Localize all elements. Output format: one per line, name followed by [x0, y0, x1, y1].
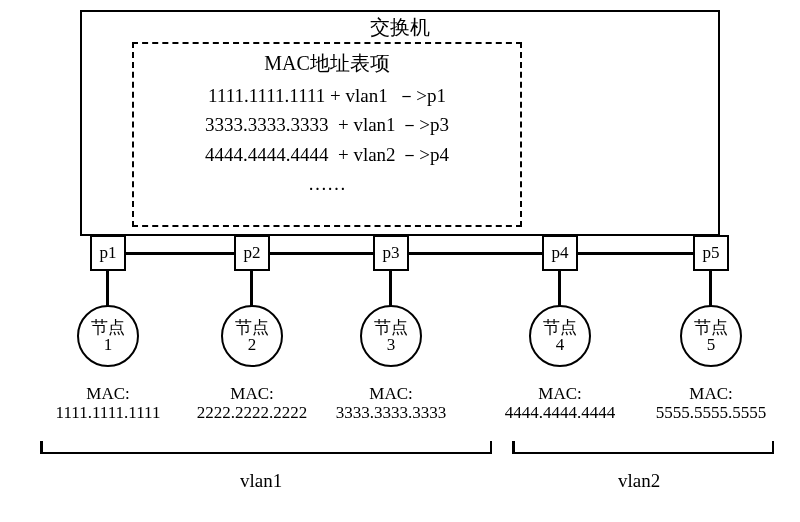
vlan1-bracket: [40, 440, 492, 454]
stem: [558, 271, 561, 307]
mac-label-line2: 1111.1111.1111: [40, 404, 176, 423]
node-2: 节点 2: [221, 305, 283, 367]
mac-label-line1: MAC:: [643, 385, 779, 404]
vlan1-label: vlan1: [240, 470, 282, 492]
mac-table-row: 4444.4444.4444 + vlan2 －>p4: [134, 140, 520, 169]
stem: [250, 271, 253, 307]
mac-table-title: MAC地址表项: [134, 50, 520, 77]
port-p5: p5: [693, 235, 729, 271]
mac-label-line1: MAC:: [40, 385, 176, 404]
node-label-line1: 节点: [235, 319, 269, 336]
port-p1: p1: [90, 235, 126, 271]
stem: [709, 271, 712, 307]
stem: [106, 271, 109, 307]
node-label-line1: 节点: [543, 319, 577, 336]
mac-table-row: 3333.3333.3333 + vlan1 －>p3: [134, 110, 520, 139]
mac-label-1: MAC: 1111.1111.1111: [40, 385, 176, 422]
mac-label-4: MAC: 4444.4444.4444: [492, 385, 628, 422]
node-label-line1: 节点: [91, 319, 125, 336]
port-label: p4: [552, 243, 569, 263]
port-p3: p3: [373, 235, 409, 271]
mac-label-2: MAC: 2222.2222.2222: [184, 385, 320, 422]
node-label-line2: 4: [556, 336, 565, 353]
switch-title: 交换机: [370, 14, 430, 41]
node-label-line2: 2: [248, 336, 257, 353]
vlan2-label: vlan2: [618, 470, 660, 492]
port-connector-line: [108, 252, 711, 255]
mac-address-table: MAC地址表项 1111.1111.1111 + vlan1 －>p1 3333…: [132, 42, 522, 227]
mac-label-line1: MAC:: [184, 385, 320, 404]
node-5: 节点 5: [680, 305, 742, 367]
node-3: 节点 3: [360, 305, 422, 367]
port-label: p1: [100, 243, 117, 263]
port-label: p3: [383, 243, 400, 263]
mac-table-row: ……: [134, 169, 520, 198]
port-p2: p2: [234, 235, 270, 271]
stem: [389, 271, 392, 307]
node-label-line2: 5: [707, 336, 716, 353]
mac-label-3: MAC: 3333.3333.3333: [323, 385, 459, 422]
node-1: 节点 1: [77, 305, 139, 367]
mac-label-line2: 5555.5555.5555: [643, 404, 779, 423]
mac-label-5: MAC: 5555.5555.5555: [643, 385, 779, 422]
port-label: p5: [703, 243, 720, 263]
mac-label-line2: 3333.3333.3333: [323, 404, 459, 423]
node-label-line1: 节点: [374, 319, 408, 336]
mac-label-line2: 2222.2222.2222: [184, 404, 320, 423]
mac-label-line1: MAC:: [323, 385, 459, 404]
mac-label-line1: MAC:: [492, 385, 628, 404]
mac-label-line2: 4444.4444.4444: [492, 404, 628, 423]
switch-box: 交换机 MAC地址表项 1111.1111.1111 + vlan1 －>p1 …: [80, 10, 720, 236]
mac-table-row: 1111.1111.1111 + vlan1 －>p1: [134, 81, 520, 110]
port-label: p2: [244, 243, 261, 263]
port-p4: p4: [542, 235, 578, 271]
node-4: 节点 4: [529, 305, 591, 367]
node-label-line1: 节点: [694, 319, 728, 336]
node-label-line2: 1: [104, 336, 113, 353]
vlan2-bracket: [512, 440, 774, 454]
node-label-line2: 3: [387, 336, 396, 353]
